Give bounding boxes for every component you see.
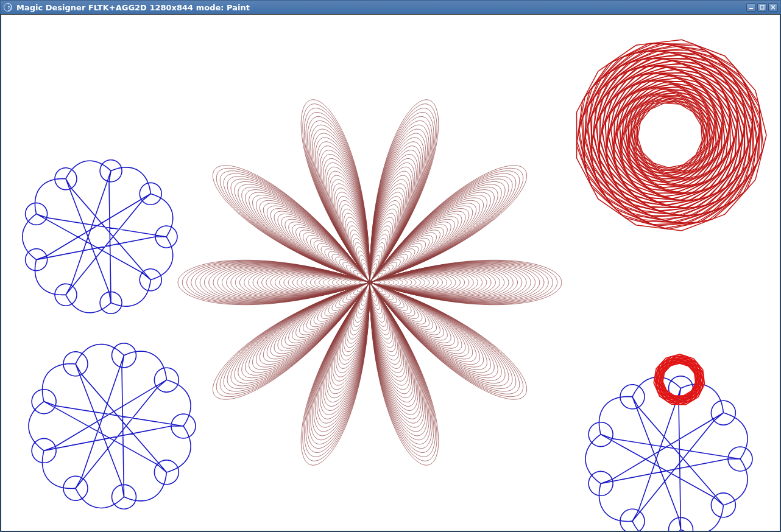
red-dense-ring-poly-0 [638,102,704,168]
red-dense-ring-poly2-2 [634,99,707,171]
blue-star-top-left-star [26,160,177,314]
blue-star-top-left-outline [23,161,173,313]
minimize-icon [749,5,754,10]
red-dense-ring-poly2-0 [638,103,702,168]
titlebar[interactable]: Magic Designer FLTK+AGG2D 1280x844 mode:… [1,1,780,14]
close-button[interactable] [768,3,778,12]
red-dense-ring-poly-1 [635,100,705,170]
canvas-svg [1,15,780,531]
red-dense-ring-poly2-3 [631,97,708,173]
blue-star-bottom-left-outline [29,345,191,508]
blue-star-bottom-left-star [32,343,196,509]
svg-rect-1 [749,8,753,9]
app-spiro-icon [3,2,13,12]
window-title: Magic Designer FLTK+AGG2D 1280x844 mode:… [16,3,746,12]
close-icon [771,5,776,10]
drawing-canvas[interactable] [1,14,780,531]
window-controls [746,3,778,12]
maximize-button[interactable] [757,3,767,12]
svg-rect-2 [760,5,764,9]
maximize-icon [760,5,765,10]
red-dense-ring-poly2-1 [636,101,704,170]
app-window: Magic Designer FLTK+AGG2D 1280x844 mode:… [0,0,781,532]
minimize-button[interactable] [746,3,756,12]
